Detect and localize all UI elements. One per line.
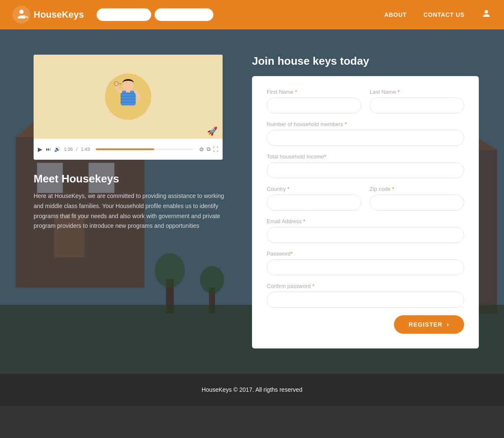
register-button[interactable]: REGISTER › bbox=[394, 315, 464, 334]
footer-text: HouseKeys © 2017. All rigths reserved bbox=[202, 386, 302, 393]
pip-icon[interactable]: ⧉ bbox=[207, 146, 210, 153]
password-group: Password* bbox=[267, 251, 464, 275]
svg-point-6 bbox=[485, 10, 488, 13]
meet-title: Meet Housekeys bbox=[34, 172, 227, 185]
last-name-input[interactable] bbox=[370, 98, 464, 113]
navbar: HouseKeys ABOUT CONTACT US bbox=[0, 0, 504, 29]
video-time-sep: / bbox=[76, 147, 77, 152]
user-icon[interactable] bbox=[481, 8, 491, 21]
contact-link[interactable]: CONTACT US bbox=[423, 11, 465, 18]
last-name-group: Last Name * bbox=[370, 89, 464, 113]
household-row: Number of household members * bbox=[267, 121, 464, 146]
last-name-label: Last Name * bbox=[370, 89, 464, 95]
video-time: 1:36 bbox=[64, 147, 73, 152]
hero-left-column: 🚀 ▶ ⏭ 🔊 1:36 / 1:43 ⚙ ⧉ ⛶ bbox=[34, 55, 227, 231]
income-row: Total household income* bbox=[267, 153, 464, 178]
first-name-label: First Name * bbox=[267, 89, 361, 95]
household-input[interactable] bbox=[267, 130, 464, 146]
logo[interactable]: HouseKeys bbox=[13, 6, 84, 24]
household-label: Number of household members * bbox=[267, 121, 464, 127]
hero-content: 🚀 ▶ ⏭ 🔊 1:36 / 1:43 ⚙ ⧉ ⛶ bbox=[0, 29, 504, 374]
register-label: REGISTER bbox=[409, 321, 443, 328]
svg-point-0 bbox=[13, 6, 30, 24]
country-group: Country * bbox=[267, 186, 361, 211]
household-group: Number of household members * bbox=[267, 121, 464, 146]
name-row: First Name * Last Name * bbox=[267, 89, 464, 113]
video-player: 🚀 ▶ ⏭ 🔊 1:36 / 1:43 ⚙ ⧉ ⛶ bbox=[34, 55, 223, 160]
income-group: Total household income* bbox=[267, 153, 464, 178]
skip-button[interactable]: ⏭ bbox=[46, 146, 51, 152]
form-actions: REGISTER › bbox=[267, 315, 464, 334]
hero-right-column: Join house keys today First Name * Last … bbox=[252, 55, 479, 348]
email-label: Email Address * bbox=[267, 218, 464, 224]
zip-group: Zip code * bbox=[370, 186, 464, 211]
navbar-links: ABOUT CONTACT US bbox=[384, 8, 491, 21]
svg-rect-34 bbox=[126, 90, 130, 92]
arrow-icon: › bbox=[447, 321, 449, 328]
svg-point-1 bbox=[19, 10, 24, 14]
confirm-password-input[interactable] bbox=[267, 292, 464, 308]
email-group: Email Address * bbox=[267, 218, 464, 243]
meet-description: Here at HouseKeys, we are committed to p… bbox=[34, 191, 227, 231]
video-scene bbox=[34, 55, 223, 139]
password-input[interactable] bbox=[267, 259, 464, 275]
country-input[interactable] bbox=[267, 195, 361, 211]
about-link[interactable]: ABOUT bbox=[384, 11, 407, 18]
first-name-group: First Name * bbox=[267, 89, 361, 113]
hero-section: 🚀 ▶ ⏭ 🔊 1:36 / 1:43 ⚙ ⧉ ⛶ bbox=[0, 29, 504, 374]
confirm-password-label: Confirm password * bbox=[267, 283, 464, 289]
logo-icon bbox=[13, 6, 30, 24]
password-label: Password* bbox=[267, 251, 464, 257]
video-character bbox=[105, 74, 151, 120]
location-row: Country * Zip code * bbox=[267, 186, 464, 211]
search-input-1[interactable] bbox=[97, 8, 151, 21]
search-bar bbox=[97, 8, 213, 21]
progress-fill bbox=[96, 148, 154, 150]
logo-text: HouseKeys bbox=[34, 9, 84, 20]
email-input[interactable] bbox=[267, 227, 464, 243]
video-controls: ▶ ⏭ 🔊 1:36 / 1:43 ⚙ ⧉ ⛶ bbox=[34, 139, 223, 160]
income-input[interactable] bbox=[267, 162, 464, 178]
footer: HouseKeys © 2017. All rigths reserved bbox=[0, 374, 504, 406]
video-time-total: 1:43 bbox=[81, 147, 89, 152]
email-row: Email Address * bbox=[267, 218, 464, 243]
income-label: Total household income* bbox=[267, 153, 464, 160]
first-name-input[interactable] bbox=[267, 98, 361, 113]
zip-label: Zip code * bbox=[370, 186, 464, 192]
zip-input[interactable] bbox=[370, 195, 464, 211]
form-title: Join house keys today bbox=[252, 55, 479, 68]
password-row: Password* bbox=[267, 251, 464, 275]
fullscreen-icon[interactable]: ⛶ bbox=[213, 146, 218, 153]
confirm-password-group: Confirm password * bbox=[267, 283, 464, 308]
confirm-password-row: Confirm password * bbox=[267, 283, 464, 308]
volume-icon[interactable]: 🔊 bbox=[54, 146, 60, 152]
video-brand-icon: 🚀 bbox=[207, 126, 218, 136]
country-label: Country * bbox=[267, 186, 361, 192]
progress-bar[interactable] bbox=[96, 148, 193, 150]
search-input-2[interactable] bbox=[155, 8, 213, 21]
settings-icon[interactable]: ⚙ bbox=[199, 146, 204, 153]
play-button[interactable]: ▶ bbox=[38, 146, 42, 153]
registration-form: First Name * Last Name * bbox=[252, 76, 479, 348]
video-action-icons: ⚙ ⧉ ⛶ bbox=[199, 146, 218, 153]
